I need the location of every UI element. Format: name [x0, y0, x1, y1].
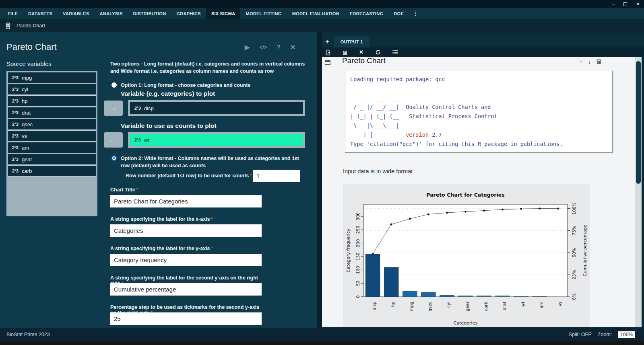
menu-item-forecasting[interactable]: FORECASTING — [345, 8, 388, 19]
option1-label: Option 1: Long format - choose categorie… — [121, 82, 250, 89]
menu-overflow-icon[interactable]: ⋮ — [409, 8, 422, 19]
variable-item-drat[interactable]: 2¹3drat — [8, 107, 96, 118]
award-icon — [5, 22, 12, 30]
svg-text:200: 200 — [355, 239, 360, 247]
move-down-icon[interactable]: ↓ — [588, 59, 591, 65]
svg-text:75%: 75% — [572, 226, 576, 235]
add-output-tab-button[interactable]: + — [322, 36, 332, 47]
close-output-icon[interactable]: ✕ — [359, 47, 363, 57]
variable-label: qsec — [22, 121, 33, 127]
categories-variable-slot[interactable]: 2¹3 disp — [128, 100, 305, 116]
menu-item-datasets[interactable]: DATASETS — [23, 8, 58, 19]
page-title: Pareto Chart — [6, 42, 57, 52]
numeric-variable-icon: 2¹3 — [12, 87, 19, 92]
status-bar: BioStat Prime 2023 Split: OFF Zoom: 100% — [0, 328, 644, 341]
menu-item-doe[interactable]: DOE — [388, 8, 409, 19]
chart-title-input[interactable] — [110, 195, 262, 207]
export-output-icon[interactable] — [325, 49, 331, 55]
delete-output-icon[interactable] — [343, 49, 347, 55]
split-toggle[interactable]: Split: OFF — [569, 332, 591, 337]
y-axis-label-label: A string specifying the label for the y-… — [110, 246, 262, 252]
svg-text:300: 300 — [355, 212, 360, 220]
x-axis-label-input[interactable] — [110, 224, 262, 237]
svg-text:Cumulative percentage: Cumulative percentage — [582, 224, 588, 276]
tab-output-1[interactable]: OUTPUT 1 — [334, 36, 369, 47]
option1-radio[interactable] — [111, 82, 117, 88]
output-card: Pareto Chart ↑ ↓ Loading required packag… — [322, 57, 635, 327]
variable-item-qsec[interactable]: 2¹3qsec — [8, 119, 96, 130]
collapse-card-icon[interactable] — [325, 60, 330, 65]
svg-text:drat: drat — [502, 302, 507, 310]
svg-text:Category frequency: Category frequency — [346, 228, 351, 272]
counts-variable-slot[interactable]: 2¹3 wt — [128, 132, 305, 148]
move-left-button[interactable]: ← — [104, 132, 123, 148]
menu-item-six-sigma[interactable]: SIX SIGMA — [206, 8, 241, 19]
variable-label: am — [22, 145, 29, 151]
option2-radio-row[interactable]: Option 2: Wide format - Columns names wi… — [111, 155, 305, 169]
wide-format-note: Input data is in wide format — [343, 168, 413, 175]
option1-radio-row[interactable]: Option 1: Long format - choose categorie… — [111, 82, 305, 89]
variable-item-mpg[interactable]: 2¹3mpg — [8, 72, 96, 83]
svg-text:cyl: cyl — [446, 302, 451, 308]
y-axis-label-input[interactable] — [110, 254, 262, 266]
svg-text:Categories: Categories — [454, 320, 478, 326]
svg-text:100: 100 — [355, 266, 360, 274]
second-y-axis-label-label: A string specifying the label for the se… — [110, 275, 262, 281]
code-button[interactable]: </> — [259, 44, 267, 50]
menu-item-variables[interactable]: VARIABLES — [58, 8, 94, 19]
variable-label: carb — [22, 168, 32, 174]
svg-text:100%: 100% — [572, 203, 576, 215]
variable-item-am[interactable]: 2¹3am — [8, 142, 96, 153]
menu-item-file[interactable]: FILE — [2, 8, 23, 19]
variable-item-cyl[interactable]: 2¹3cyl — [8, 84, 96, 95]
menu-item-model-fitting[interactable]: MODEL FITTING — [240, 8, 287, 19]
move-up-icon[interactable]: ↑ — [580, 59, 582, 65]
numeric-variable-icon: 2¹3 — [12, 157, 19, 162]
categories-field-label: Variable (e.g. categories) to plot — [121, 90, 215, 97]
percentage-step-label: Percentage step to be used as tickmarks … — [110, 304, 262, 311]
scrollbar-thumb[interactable] — [636, 61, 641, 184]
move-right-button[interactable]: → — [104, 101, 123, 116]
minimize-button[interactable]: – — [612, 0, 615, 8]
menu-item-model-evaluation[interactable]: MODEL EVALUATION — [287, 8, 345, 19]
option2-radio[interactable] — [111, 156, 117, 161]
svg-text:mpg: mpg — [409, 302, 414, 311]
zoom-input[interactable]: 100% — [618, 331, 635, 338]
refresh-output-icon[interactable] — [375, 49, 381, 55]
menu-item-graphics[interactable]: GRAPHICS — [171, 8, 206, 19]
run-button[interactable]: ▶ — [245, 43, 250, 51]
svg-text:150: 150 — [355, 253, 360, 261]
variable-label: cyl — [22, 86, 28, 92]
app-version-label: BioStat Prime 2023 — [6, 332, 50, 337]
panel-splitter[interactable] — [317, 32, 322, 328]
row-number-label: Row number (default 1st row) to be used … — [126, 173, 252, 179]
second-y-axis-label-input[interactable] — [110, 283, 262, 296]
row-number-input[interactable] — [253, 170, 300, 182]
svg-text:disp: disp — [372, 302, 377, 310]
svg-text:0%: 0% — [572, 294, 576, 300]
output-scrollbar[interactable] — [635, 57, 642, 327]
close-panel-button[interactable]: ✕ — [290, 43, 295, 51]
close-window-button[interactable]: ✕ — [636, 0, 640, 8]
help-button[interactable]: ? — [277, 44, 281, 51]
pareto-config-panel: Pareto Chart ▶ </> ? ✕ Source variables … — [0, 32, 317, 328]
maximize-button[interactable] — [623, 2, 627, 6]
counts-field-label: Variable to use as counts to plot — [121, 122, 217, 129]
variable-item-carb[interactable]: 2¹3carb — [8, 165, 96, 177]
svg-text:hp: hp — [390, 302, 395, 307]
variable-item-hp[interactable]: 2¹3hp — [8, 95, 96, 107]
variable-item-vs[interactable]: 2¹3vs — [8, 130, 96, 142]
output-toolbar: ✕ — [322, 47, 644, 57]
x-axis-label-label: A string specifying the label for the x-… — [110, 216, 262, 223]
list-view-icon[interactable] — [392, 50, 398, 55]
delete-card-icon[interactable] — [597, 58, 601, 66]
variable-item-gear[interactable]: 2¹3gear — [8, 154, 96, 165]
svg-text:carb: carb — [483, 302, 488, 311]
chart-options-form: Chart Title*A string specifying the labe… — [110, 187, 262, 334]
variable-label: drat — [22, 110, 31, 116]
menu-item-distribution[interactable]: DISTRIBUTION — [128, 8, 171, 19]
console-output: Loading required package: qcc __ _ ___ _… — [345, 71, 613, 153]
breadcrumb-label: Pareto Chart — [17, 23, 45, 29]
menu-item-analysis[interactable]: ANALYSIS — [95, 8, 128, 19]
svg-text:vs: vs — [557, 302, 562, 306]
